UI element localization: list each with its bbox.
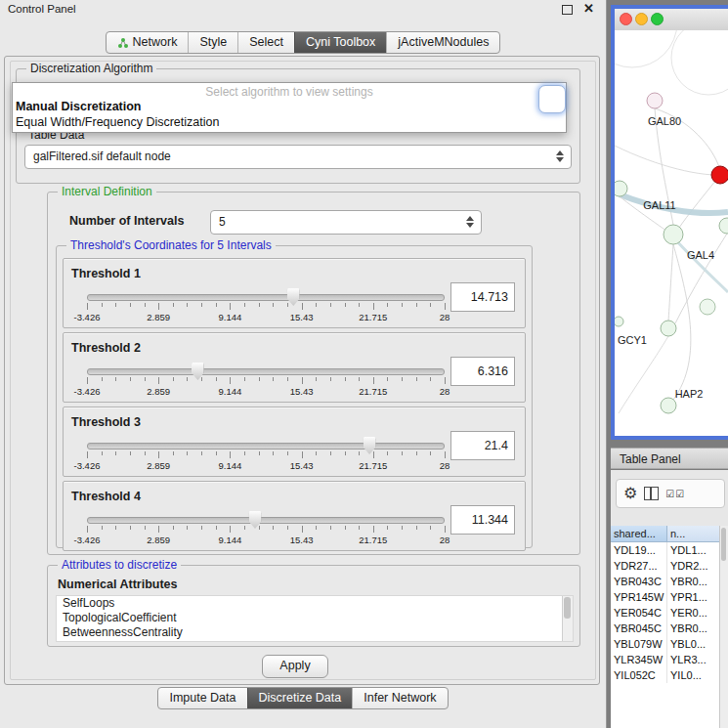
table-scrollbar[interactable] xyxy=(719,526,728,728)
scrollbar-thumb[interactable] xyxy=(721,528,726,561)
table-row[interactable]: YER054CYER0... xyxy=(611,605,720,621)
scale-tick-label: 2.859 xyxy=(147,535,170,545)
table-cell: YBR045C xyxy=(611,621,667,636)
popup-option-manual-discretization[interactable]: Manual Discretization xyxy=(13,99,566,114)
close-icon[interactable]: ✕ xyxy=(583,1,594,16)
threshold-value-field[interactable]: 6.316 xyxy=(450,357,515,386)
network-graph: GAL80 GAL11 GAL4 GCY1 HAP2 xyxy=(615,30,728,436)
slider-scale: -3.4262.8599.14415.4321.71528 xyxy=(87,526,445,547)
attributes-group: Attributes to discretize Numerical Attri… xyxy=(47,565,580,647)
table-row[interactable]: YDR27...YDR2... xyxy=(611,558,720,574)
table-cell: YPR1... xyxy=(667,589,720,605)
table-row[interactable]: YBR043CYBR0... xyxy=(611,574,720,589)
tab-cyni-toolbox[interactable]: Cyni Toolbox xyxy=(294,32,386,53)
tab-discretize-data[interactable]: Discretize Data xyxy=(247,688,353,708)
columns-icon[interactable] xyxy=(644,487,659,500)
table-cell: YER0... xyxy=(667,605,720,621)
table-cell: YDL19... xyxy=(611,542,667,558)
table-panel-title: Table Panel xyxy=(620,452,681,466)
slider-track[interactable] xyxy=(87,517,445,524)
threshold-value-field[interactable]: 11.344 xyxy=(450,505,515,535)
network-node[interactable] xyxy=(615,317,623,326)
tab-infer-network[interactable]: Infer Network xyxy=(352,688,447,708)
threshold-slider: -3.4262.8599.14415.4321.71528 xyxy=(87,364,445,400)
network-node[interactable] xyxy=(664,225,683,244)
table-row[interactable]: YPR145WYPR1... xyxy=(611,589,720,605)
tab-jactivemnodules[interactable]: jActiveMNodules xyxy=(386,32,499,53)
top-tab-bar: Network Style Select Cyni Toolbox jActiv… xyxy=(0,31,606,54)
list-item[interactable]: BetweennessCentrality xyxy=(57,625,573,640)
table-cell: YPR145W xyxy=(611,589,667,605)
tab-select[interactable]: Select xyxy=(237,32,294,53)
threshold-label: Threshold 4 xyxy=(71,490,141,503)
network-window-titlebar xyxy=(615,9,728,31)
threshold-value-field[interactable]: 14.713 xyxy=(450,282,515,312)
table-row[interactable]: YDL19...YDL1... xyxy=(611,542,720,558)
threshold-label: Threshold 3 xyxy=(71,415,141,429)
network-edge xyxy=(619,336,668,413)
table-data-combobox[interactable]: galFiltered.sif default node xyxy=(24,145,572,169)
scale-tick-label: 15.43 xyxy=(290,386,314,397)
tab-impute-data[interactable]: Impute Data xyxy=(158,688,246,708)
node-label: GCY1 xyxy=(618,334,647,346)
list-scrollbar[interactable] xyxy=(562,596,573,641)
column-header-name[interactable]: n... xyxy=(667,526,720,542)
num-intervals-combobox[interactable]: 5 xyxy=(210,210,482,235)
scrollbar-thumb[interactable] xyxy=(564,597,571,619)
algorithm-popup: Select algorithm to view settings Manual… xyxy=(12,82,567,133)
scale-tick-label: 21.715 xyxy=(359,386,387,397)
table-row[interactable]: YBL079WYBL0... xyxy=(611,636,720,652)
focused-combobox-fragment[interactable] xyxy=(538,85,566,113)
network-node[interactable] xyxy=(719,218,728,234)
network-canvas[interactable]: GAL80 GAL11 GAL4 GCY1 HAP2 xyxy=(615,30,728,436)
slider-track[interactable] xyxy=(87,443,445,450)
traffic-light-minimize-icon[interactable] xyxy=(635,13,648,25)
table-panel: ⚙ ☑☑ shared... n... YDL19...YDL1...YDR27… xyxy=(611,470,728,728)
numerical-attributes-list: SelfLoopsTopologicalCoefficientBetweenne… xyxy=(56,595,574,642)
table-row[interactable]: YIL052CYIL0... xyxy=(611,667,720,683)
tab-label: Impute Data xyxy=(169,691,236,706)
tab-network[interactable]: Network xyxy=(107,32,189,53)
float-icon[interactable] xyxy=(562,5,573,15)
node-label: HAP2 xyxy=(675,388,704,400)
apply-button[interactable]: Apply xyxy=(262,655,328,678)
network-node[interactable] xyxy=(700,299,715,315)
slider-track[interactable] xyxy=(87,368,445,375)
threshold-slider: -3.4262.8599.14415.4321.71528 xyxy=(87,290,445,325)
threshold-panel: Threshold 1 -3.4262.8599.14415.4321.7152… xyxy=(63,258,526,328)
node-table: shared... n... YDL19...YDL1...YDR27...YD… xyxy=(611,526,720,728)
popup-option-equal-width[interactable]: Equal Width/Frequency Discretization xyxy=(13,114,566,130)
traffic-light-zoom-icon[interactable] xyxy=(651,13,664,25)
network-edge xyxy=(679,175,720,228)
interval-definition-title: Interval Definition xyxy=(58,185,156,198)
threshold-value-field[interactable]: 21.4 xyxy=(450,431,515,460)
slider-track[interactable] xyxy=(87,294,445,301)
tab-label: Cyni Toolbox xyxy=(306,35,375,50)
network-node[interactable] xyxy=(661,398,676,413)
network-node[interactable] xyxy=(647,93,663,108)
list-item[interactable]: TopologicalCoefficient xyxy=(57,611,573,625)
scale-tick-label: 9.144 xyxy=(219,386,242,397)
tab-label: Style xyxy=(199,35,227,50)
table-cell: YER054C xyxy=(611,605,667,621)
network-node[interactable] xyxy=(615,181,627,196)
scale-tick-label: 28 xyxy=(440,312,450,322)
application-root: Control Panel ✕ Network Style Select Cyn… xyxy=(0,0,728,728)
list-item[interactable]: SelfLoops xyxy=(57,596,573,611)
network-node-red[interactable] xyxy=(711,166,728,184)
discretization-group-title: Discretization Algorithm xyxy=(26,62,156,75)
table-cell: YBR043C xyxy=(611,574,667,589)
thresholds-group: Threshold's Coordinates for 5 Intervals … xyxy=(56,245,533,548)
checkbox-icon[interactable]: ☑☑ xyxy=(665,489,685,499)
scale-tick-label: 21.715 xyxy=(359,312,387,322)
column-header-shared-name[interactable]: shared... xyxy=(611,526,667,542)
gear-icon[interactable]: ⚙ xyxy=(623,486,637,501)
scale-tick-label: 15.43 xyxy=(290,535,314,545)
network-node[interactable] xyxy=(661,321,676,336)
list-items: SelfLoopsTopologicalCoefficientBetweenne… xyxy=(57,596,573,640)
table-row[interactable]: YLR345WYLR3... xyxy=(611,652,720,667)
tab-style[interactable]: Style xyxy=(188,32,237,53)
traffic-light-close-icon[interactable] xyxy=(620,13,632,25)
table-row[interactable]: YBR045CYBR0... xyxy=(611,621,720,636)
popup-placeholder: Select algorithm to view settings xyxy=(13,85,566,99)
